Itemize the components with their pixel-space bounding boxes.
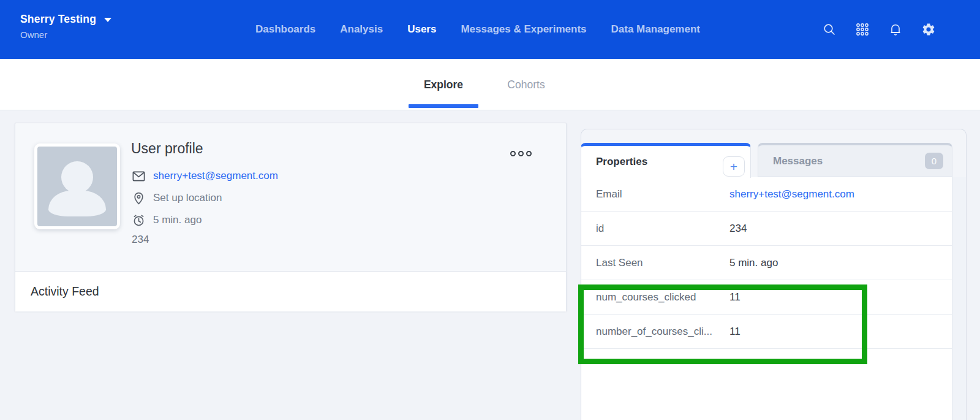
nav-item-dashboards[interactable]: Dashboards bbox=[255, 23, 315, 36]
profile-email-row: sherry+test@segment.com bbox=[132, 165, 278, 187]
property-row-number-of-courses-clicked: number_of_courses_cli... 11 bbox=[581, 315, 952, 349]
property-label: Email bbox=[596, 188, 729, 200]
tab-messages-label: Messages bbox=[773, 155, 823, 167]
page-title: User profile bbox=[131, 140, 203, 157]
tab-cohorts-label: Cohorts bbox=[507, 78, 545, 91]
nav-item-messages-experiments[interactable]: Messages & Experiments bbox=[461, 23, 586, 36]
property-row-email: Email sherry+test@segment.com bbox=[581, 177, 952, 212]
messages-count-badge: 0 bbox=[925, 153, 943, 169]
tab-explore[interactable]: Explore bbox=[409, 59, 478, 110]
nav-item-users[interactable]: Users bbox=[407, 23, 436, 36]
properties-table: Email sherry+test@segment.com id 234 Las… bbox=[581, 177, 952, 420]
avatar bbox=[34, 143, 120, 229]
profile-user-id: 234 bbox=[132, 234, 149, 246]
property-row-last-seen: Last Seen 5 min. ago bbox=[581, 246, 952, 280]
property-value: 11 bbox=[729, 326, 741, 338]
property-value: 5 min. ago bbox=[729, 257, 778, 269]
property-label: number_of_courses_cli... bbox=[596, 326, 729, 338]
activity-feed-title: Activity Feed bbox=[31, 284, 99, 299]
envelope-icon bbox=[132, 169, 146, 183]
notifications-bell-icon[interactable] bbox=[888, 22, 903, 37]
top-navigation-bar: Sherry Testing Owner Dashboards Analysis… bbox=[0, 0, 980, 59]
property-row-num-courses-clicked: num_courses_clicked 11 bbox=[581, 280, 952, 315]
property-label: id bbox=[596, 223, 729, 235]
apps-grid-icon[interactable] bbox=[855, 22, 870, 37]
main-nav: Dashboards Analysis Users Messages & Exp… bbox=[255, 0, 700, 59]
properties-panel: Properties + Messages 0 Email sherry+tes… bbox=[581, 129, 967, 420]
panel-scrollbar[interactable] bbox=[952, 177, 966, 420]
page-tabstrip: Explore Cohorts bbox=[0, 59, 980, 110]
add-property-button[interactable]: + bbox=[723, 156, 745, 177]
profile-last-seen-text: 5 min. ago bbox=[153, 214, 202, 226]
more-options-button[interactable] bbox=[508, 148, 534, 159]
tab-explore-label: Explore bbox=[424, 78, 463, 91]
profile-info-rows: sherry+test@segment.com Set up location bbox=[132, 165, 278, 231]
user-profile-card: User profile sherry+test@segment.com bbox=[15, 123, 567, 311]
workspace-switcher[interactable]: Sherry Testing Owner bbox=[20, 13, 111, 40]
property-value: 234 bbox=[729, 223, 747, 235]
chevron-down-icon bbox=[104, 18, 111, 22]
profile-location-row: Set up location bbox=[132, 187, 278, 209]
workspace-name: Sherry Testing bbox=[20, 13, 96, 26]
search-icon[interactable] bbox=[822, 22, 837, 37]
profile-location-text[interactable]: Set up location bbox=[153, 192, 222, 204]
topbar-icon-group bbox=[822, 0, 936, 59]
avatar-body-shape bbox=[48, 191, 106, 216]
alarm-clock-icon bbox=[132, 213, 146, 227]
profile-email-link[interactable]: sherry+test@segment.com bbox=[153, 170, 278, 182]
property-label: num_courses_clicked bbox=[596, 291, 729, 304]
property-label: Last Seen bbox=[596, 257, 729, 269]
dot-shape bbox=[518, 151, 524, 156]
activity-feed-section: Activity Feed bbox=[15, 271, 566, 311]
nav-item-data-management[interactable]: Data Management bbox=[611, 23, 700, 36]
location-pin-icon bbox=[132, 191, 146, 205]
dot-shape bbox=[510, 151, 516, 156]
dot-shape bbox=[526, 151, 532, 156]
property-row-id: id 234 bbox=[581, 212, 952, 246]
app-root: Sherry Testing Owner Dashboards Analysis… bbox=[0, 0, 980, 420]
tab-properties[interactable]: Properties + bbox=[581, 143, 751, 178]
settings-gear-icon[interactable] bbox=[921, 22, 936, 37]
avatar-head-shape bbox=[61, 161, 93, 193]
property-value-link[interactable]: sherry+test@segment.com bbox=[729, 188, 854, 200]
tab-messages[interactable]: Messages 0 bbox=[758, 143, 952, 177]
workspace-role: Owner bbox=[20, 29, 111, 40]
profile-last-seen-row: 5 min. ago bbox=[132, 209, 278, 231]
property-value: 11 bbox=[729, 291, 741, 304]
nav-item-analysis[interactable]: Analysis bbox=[340, 23, 383, 36]
tab-cohorts[interactable]: Cohorts bbox=[492, 59, 560, 110]
tab-properties-label: Properties bbox=[596, 156, 647, 168]
